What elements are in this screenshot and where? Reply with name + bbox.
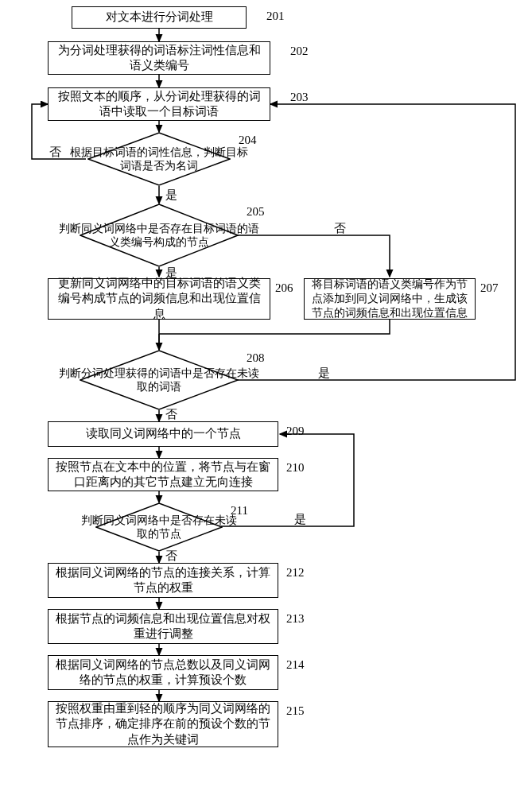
decision-text: 判断分词处理获得的词语中是否存在未读取的词语 bbox=[56, 366, 262, 394]
step-text: 读取同义词网络中的一个节点 bbox=[86, 426, 241, 442]
step-label-210: 210 bbox=[286, 461, 305, 475]
no-label: 否 bbox=[165, 549, 177, 564]
no-label: 否 bbox=[165, 407, 177, 422]
no-label: 否 bbox=[334, 221, 346, 236]
step-text: 按照文本的顺序，从分词处理获得的词语中读取一个目标词语 bbox=[55, 89, 263, 120]
step-203: 按照文本的顺序，从分词处理获得的词语中读取一个目标词语 bbox=[48, 87, 270, 121]
decision-text: 判断同义词网络中是否存在未读取的节点 bbox=[76, 514, 242, 541]
step-214: 根据同义词网络的节点总数以及同义词网络的节点的权重，计算预设个数 bbox=[48, 655, 278, 690]
step-label-215: 215 bbox=[286, 704, 305, 718]
yes-label: 是 bbox=[294, 512, 306, 527]
step-label-212: 212 bbox=[286, 566, 305, 580]
step-text: 按照权重由重到轻的顺序为同义词网络的节点排序，确定排序在前的预设个数的节点作为关… bbox=[55, 701, 271, 748]
step-213: 根据节点的词频信息和出现位置信息对权重进行调整 bbox=[48, 609, 278, 644]
no-label: 否 bbox=[49, 145, 61, 160]
decision-text: 判断同义词网络中是否存在目标词语的语义类编号构成的节点 bbox=[56, 222, 262, 250]
step-text: 根据同义词网络的节点的连接关系，计算节点的权重 bbox=[55, 565, 271, 596]
step-207: 将目标词语的语义类编号作为节点添加到同义词网络中，生成该节点的词频信息和出现位置… bbox=[304, 278, 476, 320]
yes-label: 是 bbox=[165, 188, 177, 203]
step-210: 按照节点在文本中的位置，将节点与在窗口距离内的其它节点建立无向连接 bbox=[48, 458, 278, 491]
step-215: 按照权重由重到轻的顺序为同义词网络的节点排序，确定排序在前的预设个数的节点作为关… bbox=[48, 701, 278, 747]
decision-211: 判断同义词网络中是否存在未读取的节点 bbox=[95, 502, 223, 552]
step-206: 更新同义词网络中的目标词语的语义类编号构成节点的词频信息和出现位置信息 bbox=[48, 278, 270, 320]
step-text: 根据节点的词频信息和出现位置信息对权重进行调整 bbox=[55, 611, 271, 642]
step-label-214: 214 bbox=[286, 658, 305, 672]
step-209: 读取同义词网络中的一个节点 bbox=[48, 421, 278, 447]
step-label-206: 206 bbox=[275, 281, 293, 295]
step-label-207: 207 bbox=[480, 281, 499, 295]
step-label-209: 209 bbox=[286, 425, 305, 438]
step-text: 更新同义词网络中的目标词语的语义类编号构成节点的词频信息和出现位置信息 bbox=[55, 276, 263, 323]
yes-label: 是 bbox=[318, 366, 330, 381]
step-text: 根据同义词网络的节点总数以及同义词网络的节点的权重，计算预设个数 bbox=[55, 657, 271, 688]
step-label-203: 203 bbox=[290, 91, 309, 104]
yes-label: 是 bbox=[165, 266, 177, 281]
decision-208: 判断分词处理获得的词语中是否存在未读取的词语 bbox=[80, 350, 239, 410]
decision-204: 根据目标词语的词性信息，判断目标词语是否为名词 bbox=[87, 132, 231, 186]
step-label-201: 201 bbox=[266, 10, 285, 23]
step-text: 为分词处理获得的词语标注词性信息和语义类编号 bbox=[55, 43, 263, 74]
decision-205: 判断同义词网络中是否存在目标词语的语义类编号构成的节点 bbox=[80, 204, 239, 267]
step-text: 按照节点在文本中的位置，将节点与在窗口距离内的其它节点建立无向连接 bbox=[55, 460, 271, 491]
step-202: 为分词处理获得的词语标注词性信息和语义类编号 bbox=[48, 41, 270, 75]
step-label-213: 213 bbox=[286, 612, 305, 626]
decision-text: 根据目标词语的词性信息，判断目标词语是否为名词 bbox=[66, 145, 252, 173]
step-212: 根据同义词网络的节点的连接关系，计算节点的权重 bbox=[48, 563, 278, 598]
step-text: 对文本进行分词处理 bbox=[106, 10, 213, 25]
step-text: 将目标词语的语义类编号作为节点添加到同义词网络中，生成该节点的词频信息和出现位置… bbox=[311, 277, 468, 321]
step-201: 对文本进行分词处理 bbox=[72, 6, 247, 29]
step-label-202: 202 bbox=[290, 45, 309, 58]
